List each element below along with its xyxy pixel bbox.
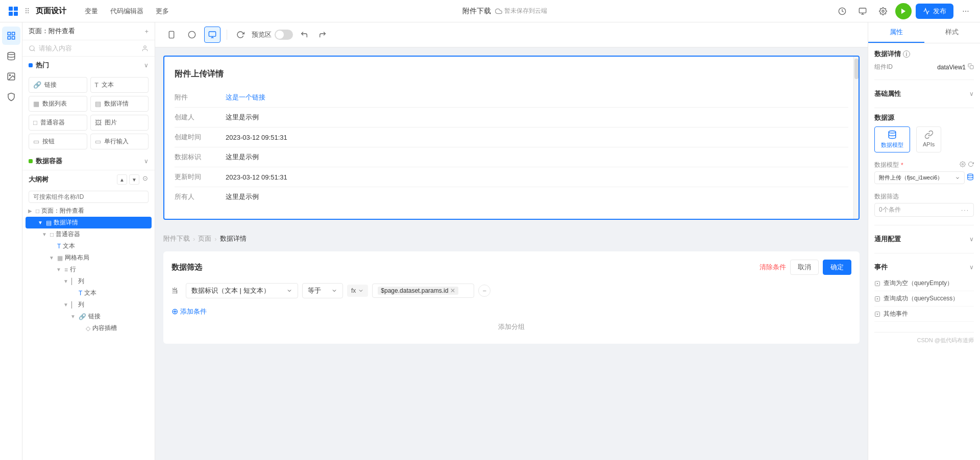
events-section-header[interactable]: 事件 ∨ xyxy=(874,259,974,276)
tree-container[interactable]: □ 普通容器 xyxy=(22,228,155,240)
data-source-model-tab[interactable]: 数据模型 xyxy=(874,126,910,152)
comp-text[interactable]: T 文本 xyxy=(90,77,149,93)
model-refresh-btn[interactable] xyxy=(968,161,974,169)
divider-1 xyxy=(874,80,974,80)
row-icon: ≡ xyxy=(64,266,68,273)
svg-rect-2 xyxy=(9,12,13,16)
tree-page[interactable]: □ 页面：附件查看 xyxy=(22,205,155,217)
more-options-btn[interactable]: ··· xyxy=(958,3,974,19)
mobile-device-btn[interactable] xyxy=(163,27,180,43)
publish-button[interactable]: 发布 xyxy=(916,4,953,19)
tree-col1[interactable]: ▏ 列 xyxy=(22,275,155,287)
comp-image[interactable]: 🖼 图片 xyxy=(90,115,149,131)
icon-data[interactable] xyxy=(2,47,20,65)
icon-security[interactable] xyxy=(2,88,20,106)
comp-input[interactable]: ▭ 单行输入 xyxy=(90,134,149,149)
canvas-scrollbar[interactable] xyxy=(853,57,859,219)
tree-text2[interactable]: T 文本 xyxy=(22,287,155,299)
tree-toggle-row[interactable] xyxy=(55,267,62,272)
svg-rect-0 xyxy=(9,7,13,11)
remove-condition-btn[interactable]: − xyxy=(478,285,491,297)
model-settings-btn[interactable] xyxy=(960,161,966,169)
outline-search-input[interactable] xyxy=(29,191,149,203)
tree-toggle-data-detail[interactable] xyxy=(37,220,44,225)
breadcrumb-sep-0: › xyxy=(193,235,195,243)
tablet-device-btn[interactable] xyxy=(184,27,200,43)
outline-settings-icon[interactable]: ⊙ xyxy=(141,174,149,182)
filter-value-tag: $page.dataset.params.id ✕ xyxy=(378,287,458,295)
page-center-title: 附件下载 xyxy=(462,7,491,16)
info-icon[interactable]: i xyxy=(903,50,910,58)
remove-tag-btn[interactable]: ✕ xyxy=(450,287,455,294)
tree-link[interactable]: 🔗 链接 xyxy=(22,311,155,322)
tree-toggle-link[interactable] xyxy=(69,314,77,319)
logo xyxy=(6,4,20,18)
data-source-api-tab[interactable]: APIs xyxy=(916,126,941,152)
redo-btn[interactable] xyxy=(315,28,330,42)
confirm-filter-btn[interactable]: 确定 xyxy=(823,260,851,275)
tree-content-slot[interactable]: ◇ 内容插槽 xyxy=(22,322,155,334)
comp-button[interactable]: ▭ 按钮 xyxy=(29,134,87,149)
drag-handle: ⠿ xyxy=(24,7,30,15)
tab-styles[interactable]: 样式 xyxy=(924,22,981,43)
tree-data-detail[interactable]: ▤ 数据详情 xyxy=(26,217,152,228)
monitor-btn[interactable] xyxy=(854,3,871,19)
filter-operator-select[interactable]: 等于 xyxy=(302,283,343,298)
basic-props-chevron: ∨ xyxy=(969,90,974,97)
detail-row-4: 更新时间 2023-03-12 09:51:31 xyxy=(175,167,848,187)
event-2: 其他事件 xyxy=(874,306,974,322)
cancel-filter-btn[interactable]: 取消 xyxy=(790,260,819,275)
run-btn[interactable] xyxy=(895,3,912,19)
refresh-btn[interactable] xyxy=(233,28,248,42)
tree-grid-layout[interactable]: ▦ 网格布局 xyxy=(22,252,155,264)
breadcrumb-1[interactable]: 页面 xyxy=(198,234,211,243)
comp-datadetail[interactable]: ▤ 数据详情 xyxy=(90,96,149,112)
clear-conditions-btn[interactable]: 清除条件 xyxy=(760,263,786,272)
filter-more-btn[interactable]: ··· xyxy=(961,207,969,214)
desktop-device-btn[interactable] xyxy=(204,27,220,43)
menu-more[interactable]: 更多 xyxy=(150,4,175,19)
svg-rect-10 xyxy=(8,32,10,35)
comp-link[interactable]: 🔗 链接 xyxy=(29,77,87,93)
general-config-section[interactable]: 通用配置 ∨ xyxy=(874,231,974,248)
outline-down-btn[interactable]: ▼ xyxy=(129,174,139,185)
filter-condition-display[interactable]: 0个条件 ··· xyxy=(874,203,974,217)
tree-col2[interactable]: ▏ 列 xyxy=(22,299,155,311)
top-right-actions: 发布 ··· xyxy=(834,3,974,19)
tree-toggle-grid[interactable] xyxy=(48,255,55,261)
settings-btn[interactable] xyxy=(875,3,891,19)
basic-props-section[interactable]: 基础属性 ∨ xyxy=(874,85,974,103)
tree-toggle-page[interactable] xyxy=(27,208,34,214)
tree-toggle-container[interactable] xyxy=(41,232,48,237)
history-btn[interactable] xyxy=(834,3,850,19)
model-select-dropdown[interactable]: 附件上传（fjsc_i1weci6） xyxy=(874,171,965,184)
search-input[interactable] xyxy=(39,44,138,52)
event-icon-1 xyxy=(874,296,880,302)
col1-icon: ▏ xyxy=(71,278,76,285)
copy-id-btn[interactable] xyxy=(968,63,974,71)
filter-when-label: 当 xyxy=(172,286,182,295)
cloud-status: 暂未保存到云端 xyxy=(495,7,547,15)
menu-variables[interactable]: 变量 xyxy=(79,4,104,19)
breadcrumb-0[interactable]: 附件下载 xyxy=(163,234,190,243)
data-container-section-header[interactable]: 数据容器 ∨ xyxy=(22,152,155,170)
tree-toggle-col2[interactable] xyxy=(62,302,69,308)
filter-field-select[interactable]: 数据标识（文本 | 短文本） xyxy=(186,283,298,298)
preview-switch[interactable] xyxy=(275,30,293,40)
tab-properties[interactable]: 属性 xyxy=(868,22,924,43)
menu-code-editor[interactable]: 代码编辑器 xyxy=(104,4,150,19)
comp-datalist[interactable]: ▦ 数据列表 xyxy=(29,96,87,112)
icon-pages[interactable] xyxy=(2,27,20,45)
add-condition-btn[interactable]: ⊕ 添加条件 xyxy=(172,304,851,318)
tree-text1[interactable]: T 文本 xyxy=(22,240,155,252)
tree-row[interactable]: ≡ 行 xyxy=(22,264,155,275)
tree-toggle-col1[interactable] xyxy=(62,278,69,284)
filter-expr-btn[interactable]: fx xyxy=(347,285,368,297)
icon-image[interactable] xyxy=(2,67,20,86)
comp-container[interactable]: □ 普通容器 xyxy=(29,115,87,131)
outline-up-btn[interactable]: ▲ xyxy=(117,174,127,185)
add-page-btn[interactable]: + xyxy=(144,28,149,35)
hot-section-header[interactable]: 热门 ∨ xyxy=(22,57,155,74)
undo-btn[interactable] xyxy=(297,28,311,42)
model-db-icon[interactable] xyxy=(967,173,974,182)
